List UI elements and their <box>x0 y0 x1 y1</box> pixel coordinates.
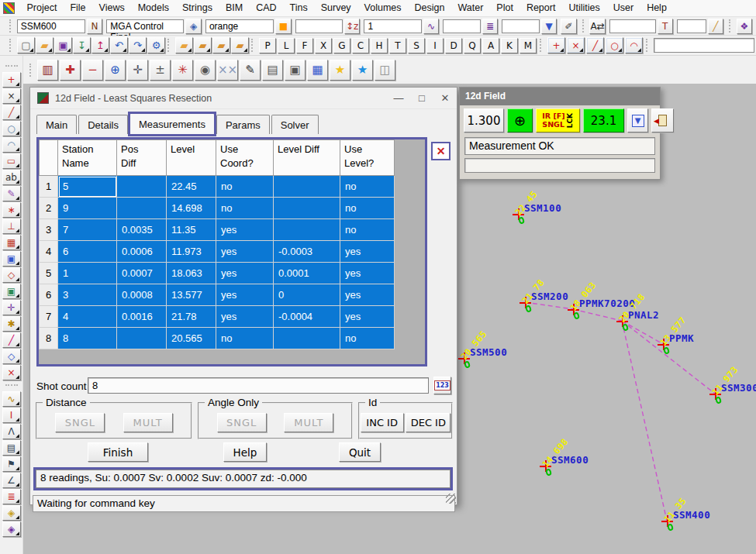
finish-button[interactable]: Finish <box>88 442 148 462</box>
download-button[interactable]: ▼ <box>627 108 648 132</box>
toolbar-grip[interactable] <box>5 384 18 389</box>
point-snap-icon[interactable]: + <box>547 37 565 53</box>
table-row[interactable]: 8820.565nono <box>40 328 395 349</box>
cell-r5-c3[interactable]: 18.063 <box>167 263 216 284</box>
menu-user[interactable]: User <box>606 0 640 16</box>
snap-value-field[interactable] <box>654 38 754 53</box>
toolbar-grip[interactable] <box>540 39 544 52</box>
height-field[interactable] <box>295 19 343 33</box>
dropdown-icon[interactable]: ▼ <box>541 19 557 34</box>
text-style-field[interactable] <box>609 19 656 33</box>
tab-details[interactable]: Details <box>78 115 128 134</box>
cell-r6-c3[interactable]: 13.577 <box>167 284 216 306</box>
dec-id-button[interactable]: DEC ID <box>406 413 450 432</box>
menu-project[interactable]: Project <box>20 0 64 16</box>
cell-r7-c5[interactable]: -0.0004 <box>274 306 340 328</box>
menu-help[interactable]: Help <box>640 0 674 16</box>
table-row[interactable]: 740.001621.78yes-0.0004yes <box>40 306 395 328</box>
menu-volumes[interactable]: Volumes <box>357 0 408 16</box>
cell-r1-c3[interactable]: 22.45 <box>167 176 216 198</box>
export-icon[interactable]: ↥ <box>91 37 109 53</box>
key-x-button[interactable]: X <box>315 38 332 53</box>
macro-folder-2-icon[interactable]: ▰ <box>212 37 230 53</box>
node-snap-icon[interactable]: × <box>2 88 21 104</box>
distance-mult-button[interactable]: MULT <box>123 413 173 432</box>
angle-line-icon[interactable]: ∠ <box>2 473 21 488</box>
image-insert-icon[interactable]: ▣ <box>2 284 21 299</box>
eyedropper-icon[interactable]: ✐ <box>561 19 576 34</box>
cell-r3-c6[interactable]: no <box>340 219 395 241</box>
cell-r3-c0[interactable]: 3 <box>40 219 58 241</box>
menu-plot[interactable]: Plot <box>490 0 520 16</box>
menu-utilities[interactable]: Utilities <box>562 0 606 16</box>
linestyle-field[interactable] <box>443 19 481 33</box>
cell-r2-c2[interactable] <box>117 198 167 219</box>
toolbar-grip[interactable] <box>251 39 256 52</box>
table-row[interactable]: 510.000718.063yes0.0001yes <box>40 263 395 284</box>
point-snap-icon[interactable]: + <box>2 72 21 88</box>
redo-icon[interactable]: ↷ <box>129 37 147 53</box>
cell-r7-c0[interactable]: 7 <box>40 306 58 328</box>
table-row[interactable]: 630.000813.577yes0yes <box>40 284 395 306</box>
cell-r2-c6[interactable]: no <box>340 198 395 219</box>
angle-sngl-button[interactable]: SNGL <box>217 413 267 432</box>
cell-r2-c0[interactable]: 2 <box>40 198 58 219</box>
cell-r3-c4[interactable]: yes <box>216 219 274 241</box>
cell-r1-c4[interactable]: no <box>216 176 274 198</box>
cell-r4-c3[interactable]: 11.973 <box>167 241 216 263</box>
move-icon[interactable]: ✛ <box>2 300 21 315</box>
cell-r8-c0[interactable]: 8 <box>40 328 58 349</box>
toolbar-grip[interactable] <box>29 64 34 77</box>
divider-icon[interactable]: Λ <box>2 424 21 439</box>
node-snap-icon[interactable]: × <box>567 37 585 53</box>
shield-polygon-icon[interactable]: ◇ <box>2 349 21 364</box>
tab-solver[interactable]: Solver <box>271 115 319 134</box>
point-name-field[interactable]: SSM600 <box>17 19 85 33</box>
text-create-icon[interactable]: ab <box>2 170 21 185</box>
split-window-icon[interactable]: ◫ <box>375 60 395 81</box>
menu-tins[interactable]: Tins <box>283 0 314 16</box>
exit-button[interactable]: ◀ <box>651 108 674 132</box>
cell-r1-c6[interactable]: no <box>340 176 395 198</box>
cell-r8-c2[interactable] <box>117 328 167 349</box>
menu-water[interactable]: Water <box>451 0 490 16</box>
cell-r1-c2[interactable] <box>117 176 167 198</box>
cell-r2-c3[interactable]: 14.698 <box>167 198 216 219</box>
cell-r6-c5[interactable]: 0 <box>274 284 340 306</box>
table-row[interactable]: 460.000611.973yes-0.0003yes <box>40 241 395 263</box>
model-field[interactable]: MGA Control Final <box>106 19 184 33</box>
text-width-icon[interactable]: A⇄ <box>589 19 605 34</box>
settings-gear-icon[interactable]: ⚙ <box>147 37 165 53</box>
print-icon[interactable]: ▤ <box>262 60 283 81</box>
toolbar-grip[interactable] <box>9 19 14 33</box>
draw-pen-icon[interactable]: ✎ <box>240 60 261 81</box>
cell-r3-c5[interactable] <box>274 219 340 241</box>
cell-r5-c0[interactable]: 5 <box>40 263 58 284</box>
cell-r5-c1[interactable]: 1 <box>58 263 117 284</box>
name-box-icon[interactable]: N <box>87 19 102 34</box>
key-h-button[interactable]: H <box>371 38 388 53</box>
string-colour-icon[interactable]: ╱ <box>2 332 21 348</box>
table-row[interactable]: 2914.698nono <box>40 198 395 219</box>
menu-cad[interactable]: CAD <box>250 0 283 16</box>
arc-snap-icon[interactable]: ◠ <box>625 37 643 53</box>
model-folder-icon[interactable]: ▰ <box>175 37 193 53</box>
cell-r7-c4[interactable]: yes <box>216 306 274 328</box>
cell-r8-c5[interactable] <box>274 328 340 349</box>
cell-r2-c4[interactable]: no <box>216 198 274 219</box>
circle-snap-icon[interactable]: ○ <box>606 37 623 53</box>
zoom-in-icon[interactable]: ✚ <box>60 60 81 81</box>
point-create-icon[interactable]: ∗ <box>2 202 21 218</box>
tab-params[interactable]: Params <box>216 115 270 134</box>
table-row[interactable]: 370.003511.35yesno <box>40 219 395 241</box>
cell-r5-c5[interactable]: 0.0001 <box>274 263 340 284</box>
point-number-field[interactable]: 1 <box>364 19 421 33</box>
zoom-previous-icon[interactable]: ◉ <box>195 60 216 81</box>
field-panel-title[interactable]: 12d Field <box>460 88 660 105</box>
pan-icon[interactable]: ✛ <box>127 60 148 81</box>
menu-survey[interactable]: Survey <box>314 0 357 16</box>
key-a-button[interactable]: A <box>482 38 499 53</box>
zoom-extents-icon[interactable]: ⊕ <box>105 60 126 81</box>
cell-r1-c0[interactable]: 1 <box>40 176 58 198</box>
favourite-star-icon[interactable]: ★ <box>330 60 350 81</box>
